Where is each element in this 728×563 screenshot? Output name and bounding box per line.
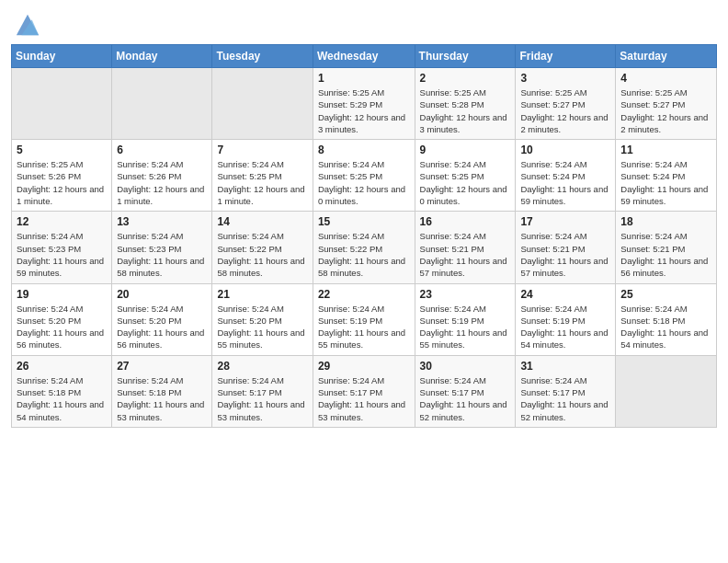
day-number: 14	[217, 215, 307, 228]
calendar-cell: 6Sunrise: 5:24 AMSunset: 5:26 PMDaylight…	[112, 140, 212, 212]
day-number: 1	[318, 72, 410, 85]
day-info: Sunrise: 5:24 AMSunset: 5:18 PMDaylight:…	[620, 303, 711, 351]
calendar-cell: 18Sunrise: 5:24 AMSunset: 5:21 PMDayligh…	[616, 212, 717, 283]
day-number: 8	[318, 144, 410, 156]
calendar-cell: 1Sunrise: 5:25 AMSunset: 5:29 PMDaylight…	[313, 68, 415, 140]
day-number: 9	[420, 144, 511, 156]
header	[11, 9, 717, 37]
calendar-cell: 24Sunrise: 5:24 AMSunset: 5:19 PMDayligh…	[516, 283, 616, 355]
day-info: Sunrise: 5:24 AMSunset: 5:25 PMDaylight:…	[318, 158, 410, 207]
day-info: Sunrise: 5:24 AMSunset: 5:23 PMDaylight:…	[117, 230, 207, 279]
day-info: Sunrise: 5:24 AMSunset: 5:20 PMDaylight:…	[17, 303, 107, 351]
day-number: 16	[420, 215, 511, 228]
logo-icon	[15, 11, 40, 37]
calendar-cell: 21Sunrise: 5:24 AMSunset: 5:20 PMDayligh…	[212, 283, 313, 355]
day-number: 19	[17, 288, 107, 301]
day-number: 2	[420, 72, 511, 85]
day-info: Sunrise: 5:25 AMSunset: 5:26 PMDaylight:…	[17, 158, 107, 207]
calendar-cell: 11Sunrise: 5:24 AMSunset: 5:24 PMDayligh…	[616, 140, 717, 212]
day-number: 17	[520, 215, 610, 228]
day-number: 12	[17, 215, 107, 228]
day-info: Sunrise: 5:25 AMSunset: 5:27 PMDaylight:…	[520, 86, 610, 135]
day-info: Sunrise: 5:24 AMSunset: 5:18 PMDaylight:…	[17, 374, 107, 423]
day-number: 3	[520, 72, 610, 85]
day-info: Sunrise: 5:24 AMSunset: 5:24 PMDaylight:…	[620, 158, 711, 207]
calendar-cell: 10Sunrise: 5:24 AMSunset: 5:24 PMDayligh…	[516, 140, 616, 212]
weekday-header-friday: Friday	[516, 45, 616, 68]
day-info: Sunrise: 5:24 AMSunset: 5:25 PMDaylight:…	[217, 158, 307, 207]
day-number: 20	[117, 288, 207, 301]
day-info: Sunrise: 5:24 AMSunset: 5:19 PMDaylight:…	[318, 303, 410, 351]
calendar-week-5: 26Sunrise: 5:24 AMSunset: 5:18 PMDayligh…	[12, 355, 717, 427]
day-info: Sunrise: 5:24 AMSunset: 5:20 PMDaylight:…	[117, 303, 207, 351]
day-number: 26	[17, 360, 107, 373]
calendar-week-3: 12Sunrise: 5:24 AMSunset: 5:23 PMDayligh…	[12, 212, 717, 283]
day-info: Sunrise: 5:24 AMSunset: 5:21 PMDaylight:…	[620, 230, 711, 279]
calendar-cell: 31Sunrise: 5:24 AMSunset: 5:17 PMDayligh…	[516, 355, 616, 427]
calendar-cell: 15Sunrise: 5:24 AMSunset: 5:22 PMDayligh…	[313, 212, 415, 283]
weekday-header-thursday: Thursday	[415, 45, 516, 68]
weekday-header-sunday: Sunday	[12, 45, 112, 68]
day-info: Sunrise: 5:24 AMSunset: 5:17 PMDaylight:…	[420, 374, 511, 423]
weekday-header-saturday: Saturday	[616, 45, 717, 68]
calendar-cell: 3Sunrise: 5:25 AMSunset: 5:27 PMDaylight…	[516, 68, 616, 140]
day-number: 7	[217, 144, 307, 156]
calendar-cell: 12Sunrise: 5:24 AMSunset: 5:23 PMDayligh…	[12, 212, 112, 283]
day-info: Sunrise: 5:24 AMSunset: 5:18 PMDaylight:…	[117, 374, 207, 423]
day-info: Sunrise: 5:24 AMSunset: 5:24 PMDaylight:…	[520, 158, 610, 207]
calendar-cell: 14Sunrise: 5:24 AMSunset: 5:22 PMDayligh…	[212, 212, 313, 283]
day-number: 25	[620, 288, 711, 301]
day-info: Sunrise: 5:24 AMSunset: 5:22 PMDaylight:…	[217, 230, 307, 279]
day-info: Sunrise: 5:24 AMSunset: 5:20 PMDaylight:…	[217, 303, 307, 351]
calendar-cell: 2Sunrise: 5:25 AMSunset: 5:28 PMDaylight…	[415, 68, 516, 140]
day-info: Sunrise: 5:24 AMSunset: 5:25 PMDaylight:…	[420, 158, 511, 207]
day-number: 28	[217, 360, 307, 373]
day-number: 6	[117, 144, 207, 156]
day-number: 10	[520, 144, 610, 156]
day-info: Sunrise: 5:24 AMSunset: 5:21 PMDaylight:…	[520, 230, 610, 279]
calendar-header: SundayMondayTuesdayWednesdayThursdayFrid…	[12, 45, 717, 68]
calendar-cell: 26Sunrise: 5:24 AMSunset: 5:18 PMDayligh…	[12, 355, 112, 427]
calendar-cell: 20Sunrise: 5:24 AMSunset: 5:20 PMDayligh…	[112, 283, 212, 355]
day-number: 15	[318, 215, 410, 228]
weekday-header-monday: Monday	[112, 45, 212, 68]
calendar-cell: 8Sunrise: 5:24 AMSunset: 5:25 PMDaylight…	[313, 140, 415, 212]
day-number: 18	[620, 215, 711, 228]
day-number: 30	[420, 360, 511, 373]
weekday-header-tuesday: Tuesday	[212, 45, 313, 68]
calendar-week-1: 1Sunrise: 5:25 AMSunset: 5:29 PMDaylight…	[12, 68, 717, 140]
calendar-body: 1Sunrise: 5:25 AMSunset: 5:29 PMDaylight…	[12, 68, 717, 428]
logo	[11, 13, 40, 37]
calendar-cell: 17Sunrise: 5:24 AMSunset: 5:21 PMDayligh…	[516, 212, 616, 283]
calendar-cell: 19Sunrise: 5:24 AMSunset: 5:20 PMDayligh…	[12, 283, 112, 355]
calendar-cell: 23Sunrise: 5:24 AMSunset: 5:19 PMDayligh…	[415, 283, 516, 355]
calendar-cell	[112, 68, 212, 140]
calendar-cell: 13Sunrise: 5:24 AMSunset: 5:23 PMDayligh…	[112, 212, 212, 283]
calendar-cell	[616, 355, 717, 427]
day-info: Sunrise: 5:24 AMSunset: 5:22 PMDaylight:…	[318, 230, 410, 279]
calendar-cell: 7Sunrise: 5:24 AMSunset: 5:25 PMDaylight…	[212, 140, 313, 212]
calendar-cell: 29Sunrise: 5:24 AMSunset: 5:17 PMDayligh…	[313, 355, 415, 427]
calendar-cell: 22Sunrise: 5:24 AMSunset: 5:19 PMDayligh…	[313, 283, 415, 355]
day-number: 27	[117, 360, 207, 373]
day-info: Sunrise: 5:24 AMSunset: 5:23 PMDaylight:…	[17, 230, 107, 279]
calendar-cell: 16Sunrise: 5:24 AMSunset: 5:21 PMDayligh…	[415, 212, 516, 283]
day-number: 13	[117, 215, 207, 228]
calendar-cell: 9Sunrise: 5:24 AMSunset: 5:25 PMDaylight…	[415, 140, 516, 212]
day-number: 21	[217, 288, 307, 301]
day-info: Sunrise: 5:25 AMSunset: 5:27 PMDaylight:…	[620, 86, 711, 135]
day-info: Sunrise: 5:25 AMSunset: 5:29 PMDaylight:…	[318, 86, 410, 135]
day-number: 29	[318, 360, 410, 373]
day-number: 31	[520, 360, 610, 373]
calendar-week-2: 5Sunrise: 5:25 AMSunset: 5:26 PMDaylight…	[12, 140, 717, 212]
calendar-cell: 28Sunrise: 5:24 AMSunset: 5:17 PMDayligh…	[212, 355, 313, 427]
weekday-header-wednesday: Wednesday	[313, 45, 415, 68]
weekday-header-row: SundayMondayTuesdayWednesdayThursdayFrid…	[12, 45, 717, 68]
page-container: SundayMondayTuesdayWednesdayThursdayFrid…	[0, 0, 728, 437]
calendar-cell: 25Sunrise: 5:24 AMSunset: 5:18 PMDayligh…	[616, 283, 717, 355]
calendar-cell: 27Sunrise: 5:24 AMSunset: 5:18 PMDayligh…	[112, 355, 212, 427]
calendar-table: SundayMondayTuesdayWednesdayThursdayFrid…	[11, 44, 717, 428]
day-info: Sunrise: 5:24 AMSunset: 5:21 PMDaylight:…	[420, 230, 511, 279]
calendar-cell: 5Sunrise: 5:25 AMSunset: 5:26 PMDaylight…	[12, 140, 112, 212]
calendar-week-4: 19Sunrise: 5:24 AMSunset: 5:20 PMDayligh…	[12, 283, 717, 355]
